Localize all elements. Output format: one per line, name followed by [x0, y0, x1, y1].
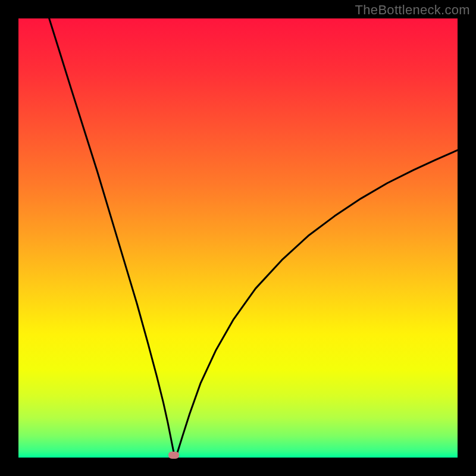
chart-marker — [168, 452, 179, 459]
page-root: TheBottleneck.com — [0, 0, 476, 476]
chart-svg — [18, 18, 458, 458]
plot-area — [18, 18, 458, 458]
watermark-text: TheBottleneck.com — [355, 2, 470, 18]
chart-background — [18, 18, 458, 458]
